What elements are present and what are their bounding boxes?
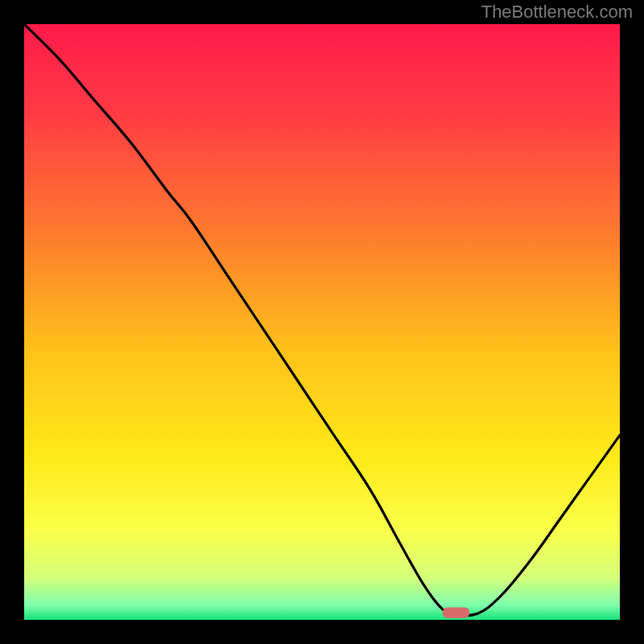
watermark-text: TheBottleneck.com bbox=[481, 2, 633, 23]
bottleneck-chart bbox=[24, 24, 620, 620]
chart-background bbox=[24, 24, 620, 620]
chart-plot-area bbox=[24, 24, 620, 620]
optimal-marker bbox=[443, 608, 469, 618]
